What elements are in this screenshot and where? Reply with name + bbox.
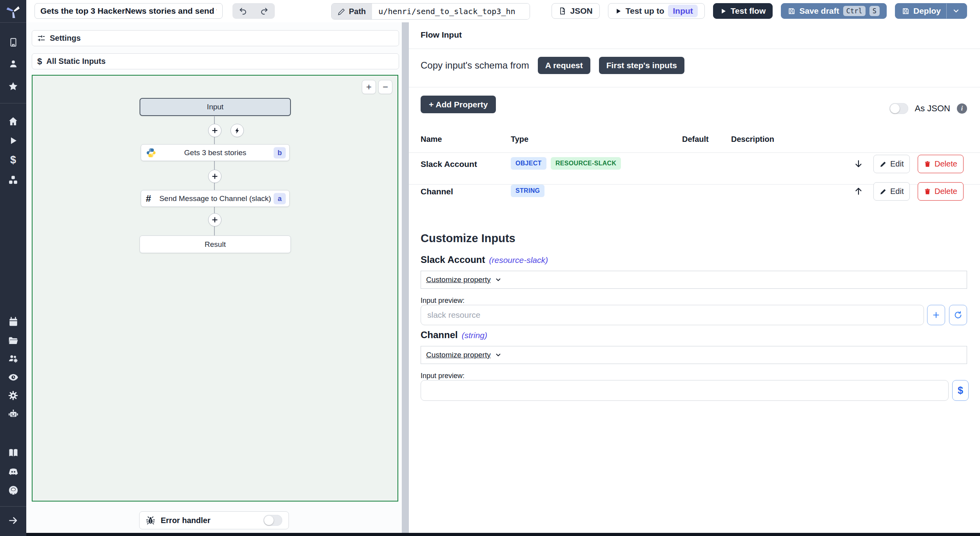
move-down-button[interactable] [852, 157, 865, 170]
panel-splitter[interactable] [402, 22, 409, 536]
resources-cubes-icon[interactable] [0, 171, 26, 188]
flow-node-result[interactable]: Result [140, 235, 291, 253]
chevron-down-icon [495, 351, 502, 359]
as-json-toggle[interactable] [889, 103, 908, 114]
settings-gear-icon[interactable] [0, 387, 26, 404]
delete-property-button[interactable]: Delete [918, 182, 964, 201]
add-step-button[interactable] [208, 170, 221, 183]
property-name: Channel [421, 187, 453, 196]
step-id-badge: a [274, 193, 286, 204]
add-trigger-button[interactable] [230, 124, 244, 137]
edit-label: Edit [890, 187, 904, 196]
col-header-name: Name [421, 135, 442, 144]
move-up-button[interactable] [852, 185, 865, 198]
runs-play-icon[interactable] [0, 132, 26, 149]
slack-account-preview-input[interactable] [421, 305, 924, 325]
customize-inputs-title: Customize Inputs [421, 232, 515, 245]
python-icon [146, 147, 156, 158]
divider [409, 49, 980, 49]
info-icon[interactable]: i [957, 103, 967, 114]
json-button[interactable]: JSON [552, 3, 600, 19]
step-id-badge: b [274, 147, 286, 158]
connect-variable-button[interactable]: $ [952, 380, 969, 401]
test-flow-label: Test flow [731, 6, 766, 16]
add-property-row: + Add Property [421, 100, 496, 109]
test-flow-button[interactable]: Test flow [713, 3, 773, 19]
col-header-type: Type [511, 135, 528, 144]
channel-preview-input[interactable] [421, 380, 949, 401]
flow-settings-label: Settings [50, 34, 81, 43]
folders-icon[interactable] [0, 332, 26, 349]
edit-property-button[interactable]: Edit [873, 182, 910, 201]
customize-property-expander[interactable]: Customize property [421, 346, 967, 364]
edit-label: Edit [890, 159, 904, 168]
toggle-knob [890, 104, 900, 113]
add-resource-button[interactable] [927, 305, 945, 325]
add-property-button[interactable]: + Add Property [421, 96, 496, 113]
refresh-button[interactable] [949, 305, 967, 325]
delete-property-button[interactable]: Delete [918, 155, 964, 173]
undo-button[interactable] [232, 3, 254, 19]
user-icon[interactable] [0, 55, 26, 72]
audit-eye-icon[interactable] [0, 369, 26, 386]
as-json-label: As JSON [915, 103, 950, 114]
save-draft-button[interactable]: Save draft Ctrl S [781, 3, 887, 19]
section-title: Channel (string) [421, 330, 487, 340]
pencil-icon [338, 8, 345, 15]
flow-input-panel: Flow Input Copy input's schema from A re… [409, 22, 980, 536]
flow-node-step-a[interactable]: # Send Message to Channel (slack) a [141, 190, 290, 207]
workers-robot-icon[interactable] [0, 406, 26, 423]
docs-book-icon[interactable] [0, 444, 26, 462]
delete-label: Delete [935, 187, 957, 196]
path-group: Path [331, 3, 530, 20]
chevron-down-icon[interactable] [952, 7, 960, 15]
windmill-logo-icon[interactable] [0, 0, 26, 23]
error-handler-toggle[interactable] [263, 515, 282, 526]
edit-property-button[interactable]: Edit [873, 155, 910, 173]
flow-node-input[interactable]: Input [140, 98, 291, 116]
type-badge: RESOURCE-SLACK [551, 157, 621, 170]
customize-property-expander[interactable]: Customize property [421, 271, 967, 289]
zoom-in-button[interactable]: + [362, 80, 376, 94]
input-preview-label: Input preview: [421, 372, 465, 380]
pencil-icon [880, 161, 887, 168]
chevron-down-icon [495, 276, 502, 283]
pencil-icon [880, 188, 887, 195]
dollar-icon: $ [37, 56, 42, 67]
path-input[interactable] [372, 4, 530, 19]
copy-from-request-button[interactable]: A request [538, 57, 590, 74]
schedules-calendar-icon[interactable] [0, 313, 26, 330]
lightning-icon [234, 127, 241, 134]
zoom-out-button[interactable]: − [378, 80, 392, 94]
save-icon [788, 7, 795, 15]
section-title: Slack Account (resource-slack) [421, 254, 548, 265]
test-up-to-target-chip[interactable]: Input [668, 5, 697, 17]
type-badge: OBJECT [511, 157, 546, 170]
redo-button[interactable] [254, 3, 275, 19]
copy-from-first-step-button[interactable]: First step's inputs [599, 57, 684, 74]
all-static-inputs-button[interactable]: $ All Static Inputs [32, 53, 399, 69]
play-icon [720, 8, 727, 14]
add-step-button[interactable] [208, 124, 221, 137]
home-icon[interactable] [0, 112, 26, 130]
test-up-to-button[interactable]: Test up to Input [608, 3, 705, 19]
flow-graph-canvas[interactable]: + − Input Gets 3 best stories [32, 75, 398, 502]
flow-summary-input[interactable] [34, 3, 223, 19]
flow-node-step-b-label: Gets 3 best stories [184, 148, 246, 157]
discord-icon[interactable] [0, 463, 26, 480]
section-name: Slack Account [421, 254, 485, 265]
workspace-building-icon[interactable] [0, 34, 26, 51]
favorites-star-icon[interactable] [0, 78, 26, 95]
slack-icon: # [146, 194, 151, 203]
groups-gear-icon[interactable] [0, 350, 26, 367]
collapse-arrow-right-icon[interactable] [0, 512, 26, 529]
flow-editor-panel: Settings $ All Static Inputs + − Input [26, 22, 402, 536]
variables-dollar-icon[interactable]: $ [0, 151, 26, 168]
github-icon[interactable] [0, 482, 26, 499]
deploy-button[interactable]: Deploy [895, 3, 967, 19]
add-step-button[interactable] [208, 213, 221, 226]
sliders-icon [37, 34, 45, 42]
path-chip[interactable]: Path [332, 4, 372, 19]
flow-node-step-b[interactable]: Gets 3 best stories b [141, 144, 290, 161]
flow-settings-button[interactable]: Settings [32, 30, 399, 46]
